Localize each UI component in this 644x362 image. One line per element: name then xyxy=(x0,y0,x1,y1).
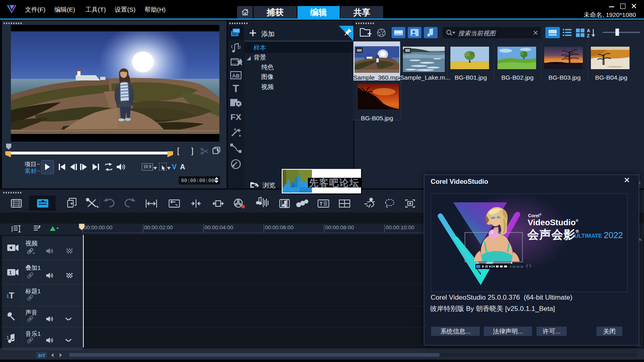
svg-text:VideoStudio®: VideoStudio® xyxy=(528,218,578,227)
svg-text:会声会影®: 会声会影® xyxy=(527,228,579,241)
svg-text:T: T xyxy=(233,82,239,95)
svg-text:T: T xyxy=(320,201,323,207)
svg-text:0:00:00:00: 0:00:00:00 xyxy=(510,265,523,268)
svg-text:先客吧论坛: 先客吧论坛 xyxy=(309,177,359,188)
svg-text:FX: FX xyxy=(231,112,242,121)
svg-text:1: 1 xyxy=(9,270,12,276)
svg-text:Z: Z xyxy=(587,33,590,38)
svg-text:T: T xyxy=(9,290,14,300)
svg-text:A: A xyxy=(587,28,590,33)
svg-text:ULTIMATE: ULTIMATE xyxy=(574,232,602,239)
svg-text:AB: AB xyxy=(232,73,240,79)
svg-text:2022: 2022 xyxy=(604,230,623,240)
svg-text:1: 1 xyxy=(6,335,9,340)
